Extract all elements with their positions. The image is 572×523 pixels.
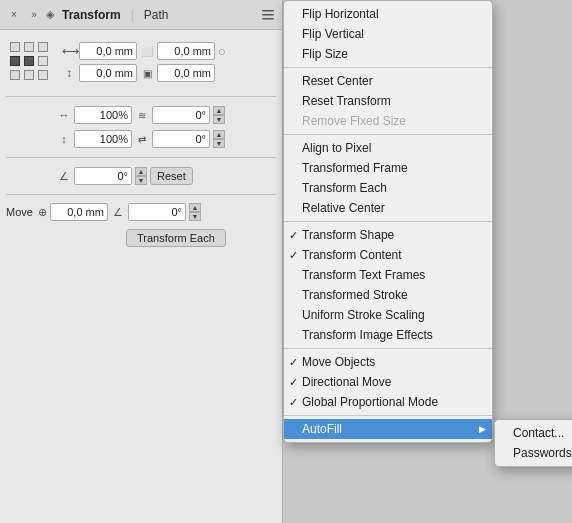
x-row: ⟷ ⬜ ○ (62, 41, 226, 61)
scale-w-row: ↔ ≋ ▲ ▼ (6, 105, 276, 125)
anchor-mr[interactable] (38, 56, 48, 66)
stepper-up[interactable]: ▲ (213, 106, 225, 115)
stepper-up4[interactable]: ▲ (189, 203, 201, 212)
menu-item-relative-center[interactable]: Relative Center (284, 198, 492, 218)
anchor-tl[interactable] (10, 42, 20, 52)
menu-item-transform-each[interactable]: Transform Each (284, 178, 492, 198)
y-icon: ↕ (62, 66, 76, 80)
menu-item-reset-center[interactable]: Reset Center (284, 71, 492, 91)
separator-after-global-proportional-mode (284, 415, 492, 416)
menu-item-uniform-stroke-scaling[interactable]: Uniform Stroke Scaling (284, 305, 492, 325)
stepper-down4[interactable]: ▼ (189, 212, 201, 221)
stepper-down3[interactable]: ▼ (135, 176, 147, 185)
menu-item-transform-content[interactable]: Transform Content (284, 245, 492, 265)
menu-item-transformed-frame[interactable]: Transformed Frame (284, 158, 492, 178)
menu-item-remove-fixed-size: Remove Fixed Size (284, 111, 492, 131)
autofill-submenu: Contact... Passwords... (494, 419, 572, 467)
dropdown-area: Flip HorizontalFlip VerticalFlip SizeRes… (283, 0, 572, 523)
scale-h-input[interactable] (74, 130, 132, 148)
anchor-bc[interactable] (24, 70, 34, 80)
move-stepper[interactable]: ▲ ▼ (189, 203, 201, 221)
passwords-item[interactable]: Passwords... (495, 443, 572, 463)
stepper-down[interactable]: ▼ (213, 115, 225, 124)
position-row-1: ⟷ ⬜ ○ ↕ ▣ (6, 38, 276, 86)
anchor-selector[interactable] (6, 38, 54, 86)
menu-item-flip-size[interactable]: Flip Size (284, 44, 492, 64)
panel-header: × » ◈ Transform | Path (0, 0, 282, 30)
transform-panel: × » ◈ Transform | Path (0, 0, 283, 523)
collapse-button[interactable]: » (26, 7, 42, 23)
rotation-row: ∠ ▲ ▼ Reset (6, 166, 276, 186)
move-icon: ⊕ (38, 206, 47, 219)
height-icon: ▣ (140, 68, 154, 79)
menu-item-global-proportional-mode[interactable]: Global Proportional Mode (284, 392, 492, 412)
svg-rect-2 (262, 18, 274, 20)
menu-item-flip-vertical[interactable]: Flip Vertical (284, 24, 492, 44)
skew-input[interactable] (152, 106, 210, 124)
menu-item-move-objects[interactable]: Move Objects (284, 352, 492, 372)
menu-item-autofill[interactable]: AutoFill (284, 419, 492, 439)
y-row: ↕ ▣ (62, 63, 226, 83)
menu-item-flip-horizontal[interactable]: Flip Horizontal (284, 4, 492, 24)
scale-w-icon: ↔ (57, 109, 71, 121)
menu-item-align-to-pixel[interactable]: Align to Pixel (284, 138, 492, 158)
divider-2 (6, 157, 276, 158)
scale-h-row: ↕ ⇄ ▲ ▼ (6, 129, 276, 149)
rot2-stepper[interactable]: ▲ ▼ (213, 130, 225, 148)
menu-item-transform-shape[interactable]: Transform Shape (284, 225, 492, 245)
move-angle-input[interactable] (128, 203, 186, 221)
panel-title: Transform (62, 8, 121, 22)
stepper-up2[interactable]: ▲ (213, 130, 225, 139)
separator-after-transform-image-effects (284, 348, 492, 349)
reset-button[interactable]: Reset (150, 167, 193, 185)
separator-after-relative-center (284, 221, 492, 222)
stepper-down2[interactable]: ▼ (213, 139, 225, 148)
move-angle-icon: ∠ (111, 206, 125, 219)
context-menu: Flip HorizontalFlip VerticalFlip SizeRes… (283, 0, 493, 443)
rot2-input[interactable] (152, 130, 210, 148)
move-dist-input[interactable] (50, 203, 108, 221)
anchor-tr[interactable] (38, 42, 48, 52)
rot-stepper[interactable]: ▲ ▼ (135, 167, 147, 185)
scale-h-icon: ↕ (57, 133, 71, 145)
link-proportional[interactable]: ○ (218, 44, 226, 59)
divider-1 (6, 96, 276, 97)
panel-menu-button[interactable] (260, 7, 276, 23)
panel-content: ⟷ ⬜ ○ ↕ ▣ ↔ ≋ (0, 30, 282, 255)
separator-after-remove-fixed-size (284, 134, 492, 135)
transform-each-button[interactable]: Transform Each (126, 229, 226, 247)
width-input[interactable] (157, 42, 215, 60)
skew-icon: ≋ (135, 110, 149, 121)
scale-w-input[interactable] (74, 106, 132, 124)
height-input[interactable] (157, 64, 215, 82)
rot2-icon: ⇄ (135, 134, 149, 145)
divider-3 (6, 194, 276, 195)
panel-icon: ◈ (46, 8, 54, 21)
close-button[interactable]: × (6, 7, 22, 23)
transform-each-row: Transform Each (6, 225, 276, 247)
stepper-up3[interactable]: ▲ (135, 167, 147, 176)
move-label: Move (6, 206, 33, 218)
anchor-mc[interactable] (24, 56, 34, 66)
anchor-ml[interactable] (10, 56, 20, 66)
menu-item-transform-text-frames[interactable]: Transform Text Frames (284, 265, 492, 285)
panel-path: Path (144, 8, 169, 22)
move-row: Move ⊕ ∠ ▲ ▼ (6, 203, 276, 221)
menu-item-transformed-stroke[interactable]: Transformed Stroke (284, 285, 492, 305)
contacts-item[interactable]: Contact... (495, 423, 572, 443)
x-input[interactable] (79, 42, 137, 60)
anchor-br[interactable] (38, 70, 48, 80)
anchor-tc[interactable] (24, 42, 34, 52)
separator-after-flip-size (284, 67, 492, 68)
menu-item-transform-image-effects[interactable]: Transform Image Effects (284, 325, 492, 345)
rotation-input[interactable] (74, 167, 132, 185)
x-icon: ⟷ (62, 44, 76, 58)
skew-stepper[interactable]: ▲ ▼ (213, 106, 225, 124)
anchor-bl[interactable] (10, 70, 20, 80)
menu-item-directional-move[interactable]: Directional Move (284, 372, 492, 392)
rot-icon: ∠ (57, 170, 71, 183)
svg-rect-0 (262, 10, 274, 12)
y-input[interactable] (79, 64, 137, 82)
menu-item-reset-transform[interactable]: Reset Transform (284, 91, 492, 111)
svg-rect-1 (262, 14, 274, 16)
